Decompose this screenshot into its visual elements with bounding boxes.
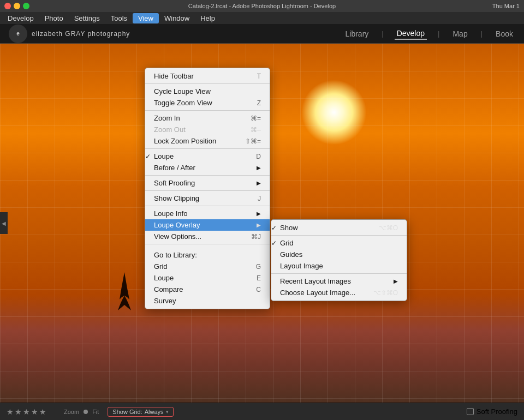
top-nav: e elizabeth GRAY photography Library | D… [0, 24, 524, 44]
date-display: Thu Mar 1 [492, 3, 520, 9]
soft-proofing-label: Soft Proofing [477, 407, 517, 416]
bottom-bar: ★ ★ ★ ★ ★ Zoom Fit Show Grid: Always ▾ S… [0, 403, 524, 420]
loupe-overlay-submenu: ✓ Show ⌥⌘O ✓ Grid Guides Lay [271, 219, 407, 301]
separator-7 [145, 244, 270, 244]
menu-item-loupe-overlay[interactable]: Loupe Overlay ▶ ✓ Show ⌥⌘O ✓ Grid [145, 219, 270, 231]
separator-3 [145, 148, 270, 149]
star-rating[interactable]: ★ ★ ★ ★ ★ [7, 407, 46, 416]
submenu-layout-image[interactable]: Layout Image [271, 260, 407, 272]
left-arrow-icon: ◀ [2, 220, 6, 226]
soft-proofing-checkbox[interactable] [467, 408, 474, 415]
logo-icon: e [9, 25, 27, 43]
maximize-button[interactable] [23, 3, 29, 9]
minimize-button[interactable] [14, 3, 20, 9]
menu-settings[interactable]: Settings [69, 13, 105, 23]
menu-help[interactable]: Help [195, 13, 221, 23]
show-grid-label: Show Grid: [112, 409, 142, 415]
window-title: Catalog-2.lrcat - Adobe Photoshop Lightr… [188, 3, 336, 9]
menu-item-loupe[interactable]: ✓ Loupe D [145, 151, 270, 162]
left-panel-toggle[interactable]: ◀ [0, 212, 8, 234]
show-grid-control[interactable]: Show Grid: Always ▾ [108, 407, 173, 417]
sub-separator-2 [271, 273, 407, 274]
separator-6 [145, 206, 270, 206]
menu-tools[interactable]: Tools [105, 13, 133, 23]
bird-silhouette [115, 269, 134, 313]
submenu-choose-layout[interactable]: Choose Layout Image... ⌥⇧⌘O [271, 287, 407, 298]
menu-item-loupe-library[interactable]: Grid G [145, 261, 270, 272]
zoom-label: Zoom [64, 409, 79, 415]
module-book[interactable]: Book [493, 28, 515, 39]
title-bar-right: Thu Mar 1 [492, 3, 520, 9]
logo-area: e elizabeth GRAY photography [9, 25, 130, 43]
menu-item-people[interactable]: Survey [145, 295, 270, 307]
menu-item-grid[interactable]: Go to Library: [145, 249, 270, 261]
traffic-lights [4, 3, 29, 9]
menu-item-zoom-in[interactable]: Zoom In ⌘= [145, 112, 270, 124]
close-button[interactable] [4, 3, 11, 9]
submenu-grid[interactable]: ✓ Grid [271, 237, 407, 249]
submenu-recent-layout[interactable]: Recent Layout Images ▶ [271, 275, 407, 287]
soft-proofing-toggle[interactable]: Soft Proofing [467, 407, 517, 416]
submenu-show[interactable]: ✓ Show ⌥⌘O [271, 222, 407, 233]
show-grid-dropdown-arrow: ▾ [166, 409, 169, 415]
menu-view[interactable]: View [133, 13, 159, 23]
submenu-guides[interactable]: Guides [271, 249, 407, 260]
zoom-indicator [84, 410, 88, 414]
title-bar: Catalog-2.lrcat - Adobe Photoshop Lightr… [0, 0, 524, 12]
menu-item-loupe-info[interactable]: Loupe Info ▶ [145, 208, 270, 219]
module-map[interactable]: Map [450, 28, 469, 39]
menu-item-view-options[interactable]: View Options... ⌘J [145, 231, 270, 242]
zoom-controls: Zoom Fit [64, 409, 99, 415]
menu-window[interactable]: Window [159, 13, 195, 23]
zoom-slider[interactable] [84, 410, 88, 414]
sub-separator-1 [271, 235, 407, 236]
menu-item-zoom-out: Zoom Out ⌘– [145, 124, 270, 135]
menu-item-hide-toolbar[interactable]: Hide Toolbar T [145, 70, 270, 82]
menu-item-before-after[interactable]: Before / After ▶ [145, 162, 270, 173]
menu-item-show-clipping[interactable]: Show Clipping J [145, 193, 270, 204]
menu-item-compare[interactable]: Loupe E [145, 272, 270, 284]
separator-1 [145, 83, 270, 84]
show-grid-value: Always [145, 409, 164, 415]
menu-develop[interactable]: Develop [2, 13, 39, 23]
menu-item-lock-zoom[interactable]: Lock Zoom Position ⇧⌘= [145, 135, 270, 147]
main-area: ◀ Hide Toolbar T Cycle Loupe View Toggle… [0, 44, 524, 403]
module-library[interactable]: Library [343, 28, 371, 39]
fit-label: Fit [92, 409, 99, 415]
menu-photo[interactable]: Photo [39, 13, 69, 23]
menu-bar: Develop Photo Settings Tools View Window… [0, 12, 524, 24]
separator-5 [145, 190, 270, 191]
logo-text: elizabeth GRAY photography [32, 30, 130, 38]
menu-item-toggle-zoom[interactable]: Toggle Zoom View Z [145, 97, 270, 109]
view-menu-dropdown: Hide Toolbar T Cycle Loupe View Toggle Z… [145, 68, 270, 309]
menu-item-cycle-loupe[interactable]: Cycle Loupe View [145, 86, 270, 97]
menu-item-survey[interactable]: Compare C [145, 284, 270, 295]
separator-2 [145, 110, 270, 111]
module-develop[interactable]: Develop [395, 28, 427, 40]
nav-modules: Library | Develop | Map | Book [343, 28, 516, 40]
separator-4 [145, 175, 270, 176]
menu-item-soft-proofing[interactable]: Soft Proofing ▶ [145, 177, 270, 189]
